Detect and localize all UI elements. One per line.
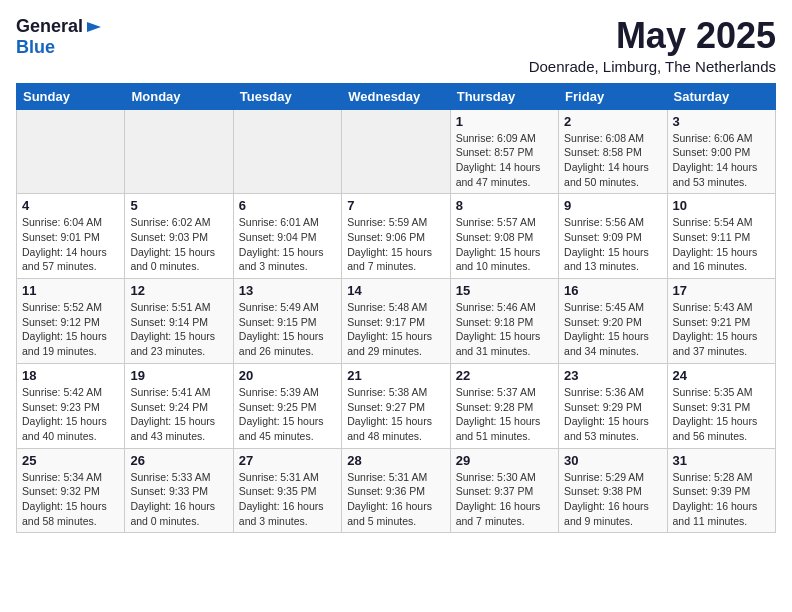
day-number: 10	[673, 198, 770, 213]
logo: General Blue	[16, 16, 103, 58]
day-info: Sunrise: 5:49 AM Sunset: 9:15 PM Dayligh…	[239, 300, 336, 359]
day-number: 12	[130, 283, 227, 298]
calendar-day-cell: 28Sunrise: 5:31 AM Sunset: 9:36 PM Dayli…	[342, 448, 450, 533]
calendar-day-cell: 20Sunrise: 5:39 AM Sunset: 9:25 PM Dayli…	[233, 363, 341, 448]
calendar-day-cell: 13Sunrise: 5:49 AM Sunset: 9:15 PM Dayli…	[233, 279, 341, 364]
day-info: Sunrise: 5:29 AM Sunset: 9:38 PM Dayligh…	[564, 470, 661, 529]
calendar-day-cell: 12Sunrise: 5:51 AM Sunset: 9:14 PM Dayli…	[125, 279, 233, 364]
calendar-day-cell: 2Sunrise: 6:08 AM Sunset: 8:58 PM Daylig…	[559, 109, 667, 194]
day-number: 28	[347, 453, 444, 468]
day-number: 6	[239, 198, 336, 213]
day-number: 29	[456, 453, 553, 468]
calendar-week-row: 25Sunrise: 5:34 AM Sunset: 9:32 PM Dayli…	[17, 448, 776, 533]
calendar-day-cell: 3Sunrise: 6:06 AM Sunset: 9:00 PM Daylig…	[667, 109, 775, 194]
calendar-day-cell: 6Sunrise: 6:01 AM Sunset: 9:04 PM Daylig…	[233, 194, 341, 279]
calendar-day-cell	[233, 109, 341, 194]
day-info: Sunrise: 5:51 AM Sunset: 9:14 PM Dayligh…	[130, 300, 227, 359]
day-number: 11	[22, 283, 119, 298]
weekday-header-friday: Friday	[559, 83, 667, 109]
day-number: 16	[564, 283, 661, 298]
day-info: Sunrise: 5:33 AM Sunset: 9:33 PM Dayligh…	[130, 470, 227, 529]
day-number: 22	[456, 368, 553, 383]
calendar-day-cell: 15Sunrise: 5:46 AM Sunset: 9:18 PM Dayli…	[450, 279, 558, 364]
calendar-day-cell: 11Sunrise: 5:52 AM Sunset: 9:12 PM Dayli…	[17, 279, 125, 364]
day-info: Sunrise: 5:48 AM Sunset: 9:17 PM Dayligh…	[347, 300, 444, 359]
day-info: Sunrise: 5:45 AM Sunset: 9:20 PM Dayligh…	[564, 300, 661, 359]
calendar-day-cell: 4Sunrise: 6:04 AM Sunset: 9:01 PM Daylig…	[17, 194, 125, 279]
day-number: 17	[673, 283, 770, 298]
day-info: Sunrise: 5:31 AM Sunset: 9:35 PM Dayligh…	[239, 470, 336, 529]
calendar-day-cell: 27Sunrise: 5:31 AM Sunset: 9:35 PM Dayli…	[233, 448, 341, 533]
calendar-day-cell: 16Sunrise: 5:45 AM Sunset: 9:20 PM Dayli…	[559, 279, 667, 364]
weekday-header-wednesday: Wednesday	[342, 83, 450, 109]
calendar-day-cell: 8Sunrise: 5:57 AM Sunset: 9:08 PM Daylig…	[450, 194, 558, 279]
calendar-day-cell: 7Sunrise: 5:59 AM Sunset: 9:06 PM Daylig…	[342, 194, 450, 279]
day-number: 25	[22, 453, 119, 468]
day-number: 7	[347, 198, 444, 213]
day-info: Sunrise: 5:30 AM Sunset: 9:37 PM Dayligh…	[456, 470, 553, 529]
day-number: 23	[564, 368, 661, 383]
logo-blue-text: Blue	[16, 37, 55, 58]
day-info: Sunrise: 5:37 AM Sunset: 9:28 PM Dayligh…	[456, 385, 553, 444]
day-info: Sunrise: 5:28 AM Sunset: 9:39 PM Dayligh…	[673, 470, 770, 529]
calendar-day-cell: 5Sunrise: 6:02 AM Sunset: 9:03 PM Daylig…	[125, 194, 233, 279]
logo-flag-icon	[85, 20, 103, 34]
day-number: 15	[456, 283, 553, 298]
day-info: Sunrise: 6:09 AM Sunset: 8:57 PM Dayligh…	[456, 131, 553, 190]
logo-general-text: General	[16, 16, 83, 37]
day-number: 24	[673, 368, 770, 383]
weekday-header-row: SundayMondayTuesdayWednesdayThursdayFrid…	[17, 83, 776, 109]
calendar-day-cell: 30Sunrise: 5:29 AM Sunset: 9:38 PM Dayli…	[559, 448, 667, 533]
calendar-header: SundayMondayTuesdayWednesdayThursdayFrid…	[17, 83, 776, 109]
weekday-header-monday: Monday	[125, 83, 233, 109]
day-info: Sunrise: 6:04 AM Sunset: 9:01 PM Dayligh…	[22, 215, 119, 274]
calendar-day-cell: 31Sunrise: 5:28 AM Sunset: 9:39 PM Dayli…	[667, 448, 775, 533]
weekday-header-sunday: Sunday	[17, 83, 125, 109]
day-number: 1	[456, 114, 553, 129]
day-number: 4	[22, 198, 119, 213]
day-number: 8	[456, 198, 553, 213]
page-header: General Blue May 2025 Doenrade, Limburg,…	[16, 16, 776, 75]
month-title: May 2025	[529, 16, 776, 56]
svg-marker-0	[87, 22, 101, 32]
day-info: Sunrise: 5:35 AM Sunset: 9:31 PM Dayligh…	[673, 385, 770, 444]
calendar-day-cell: 14Sunrise: 5:48 AM Sunset: 9:17 PM Dayli…	[342, 279, 450, 364]
weekday-header-thursday: Thursday	[450, 83, 558, 109]
calendar-week-row: 4Sunrise: 6:04 AM Sunset: 9:01 PM Daylig…	[17, 194, 776, 279]
day-info: Sunrise: 5:43 AM Sunset: 9:21 PM Dayligh…	[673, 300, 770, 359]
day-info: Sunrise: 5:38 AM Sunset: 9:27 PM Dayligh…	[347, 385, 444, 444]
day-number: 27	[239, 453, 336, 468]
day-number: 13	[239, 283, 336, 298]
calendar-day-cell	[17, 109, 125, 194]
day-number: 19	[130, 368, 227, 383]
day-info: Sunrise: 5:46 AM Sunset: 9:18 PM Dayligh…	[456, 300, 553, 359]
calendar-day-cell: 24Sunrise: 5:35 AM Sunset: 9:31 PM Dayli…	[667, 363, 775, 448]
calendar-body: 1Sunrise: 6:09 AM Sunset: 8:57 PM Daylig…	[17, 109, 776, 533]
calendar-week-row: 11Sunrise: 5:52 AM Sunset: 9:12 PM Dayli…	[17, 279, 776, 364]
day-number: 20	[239, 368, 336, 383]
day-info: Sunrise: 5:31 AM Sunset: 9:36 PM Dayligh…	[347, 470, 444, 529]
day-info: Sunrise: 5:56 AM Sunset: 9:09 PM Dayligh…	[564, 215, 661, 274]
location-text: Doenrade, Limburg, The Netherlands	[529, 58, 776, 75]
day-number: 18	[22, 368, 119, 383]
day-info: Sunrise: 5:52 AM Sunset: 9:12 PM Dayligh…	[22, 300, 119, 359]
calendar-week-row: 18Sunrise: 5:42 AM Sunset: 9:23 PM Dayli…	[17, 363, 776, 448]
calendar-day-cell: 26Sunrise: 5:33 AM Sunset: 9:33 PM Dayli…	[125, 448, 233, 533]
day-info: Sunrise: 5:57 AM Sunset: 9:08 PM Dayligh…	[456, 215, 553, 274]
calendar-day-cell: 1Sunrise: 6:09 AM Sunset: 8:57 PM Daylig…	[450, 109, 558, 194]
calendar-week-row: 1Sunrise: 6:09 AM Sunset: 8:57 PM Daylig…	[17, 109, 776, 194]
calendar-day-cell: 9Sunrise: 5:56 AM Sunset: 9:09 PM Daylig…	[559, 194, 667, 279]
day-info: Sunrise: 5:36 AM Sunset: 9:29 PM Dayligh…	[564, 385, 661, 444]
day-info: Sunrise: 6:01 AM Sunset: 9:04 PM Dayligh…	[239, 215, 336, 274]
day-number: 9	[564, 198, 661, 213]
day-number: 2	[564, 114, 661, 129]
day-info: Sunrise: 5:39 AM Sunset: 9:25 PM Dayligh…	[239, 385, 336, 444]
calendar-day-cell: 21Sunrise: 5:38 AM Sunset: 9:27 PM Dayli…	[342, 363, 450, 448]
calendar-day-cell: 25Sunrise: 5:34 AM Sunset: 9:32 PM Dayli…	[17, 448, 125, 533]
day-info: Sunrise: 5:34 AM Sunset: 9:32 PM Dayligh…	[22, 470, 119, 529]
calendar-day-cell: 18Sunrise: 5:42 AM Sunset: 9:23 PM Dayli…	[17, 363, 125, 448]
calendar-day-cell: 10Sunrise: 5:54 AM Sunset: 9:11 PM Dayli…	[667, 194, 775, 279]
day-number: 31	[673, 453, 770, 468]
day-number: 30	[564, 453, 661, 468]
calendar-day-cell: 17Sunrise: 5:43 AM Sunset: 9:21 PM Dayli…	[667, 279, 775, 364]
